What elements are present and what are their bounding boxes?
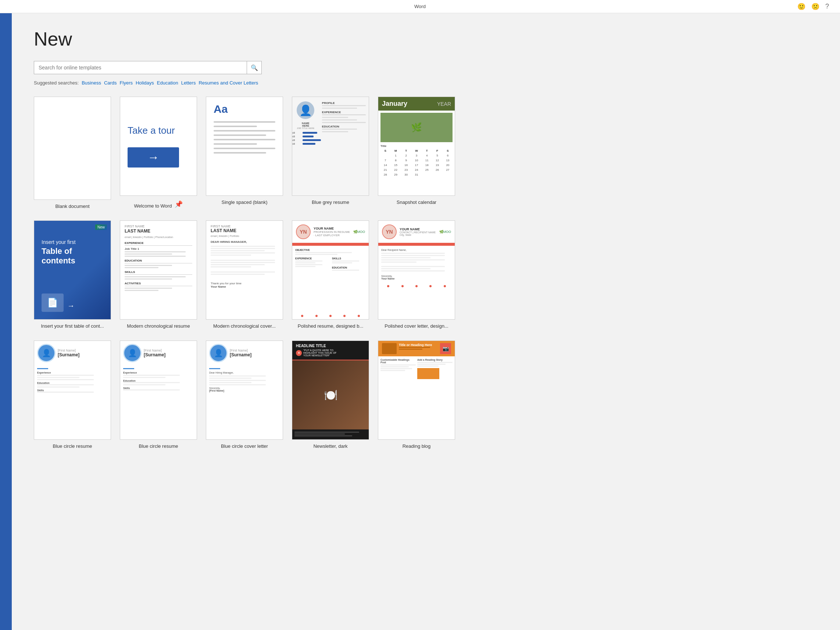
suggested-flyers[interactable]: Flyers	[120, 80, 133, 86]
sad-icon[interactable]: 🙁	[811, 3, 819, 11]
template-toc-label: Insert your first table of cont...	[41, 323, 104, 329]
template-bgr-label: Blue grey resume	[312, 200, 349, 205]
template-single-spaced[interactable]: Aa Single spaced (blank)	[206, 97, 283, 209]
template-rb-label: Reading blog	[403, 443, 431, 449]
suggested-education[interactable]: Education	[157, 80, 178, 86]
help-icon[interactable]: ?	[825, 3, 829, 10]
template-tour[interactable]: Take a tour → Welcome to Word 📌	[120, 97, 197, 209]
template-pr[interactable]: YN YOUR NAME PROFESSION IN RESUME · LAST…	[292, 220, 369, 329]
template-snapshot-calendar[interactable]: January YEAR 🌿 Title S M T W T F	[378, 97, 455, 209]
template-nl-label: Newsletter, dark	[313, 443, 347, 449]
pr-initials: YN	[296, 224, 311, 239]
title-bar: Word 🙂 🙁 ?	[0, 0, 840, 13]
template-bcr3-thumb: 👤 [First Name] [Surname] Dear Hiring Man…	[206, 340, 283, 440]
sidebar-accent	[0, 13, 12, 630]
toc-badge: New	[95, 224, 107, 230]
template-blank[interactable]: Blank document	[34, 97, 111, 209]
template-mccl-label: Modern chronological cover...	[213, 323, 276, 329]
template-pcl[interactable]: YN YOUR NAME CONTACT | RECIPIENT NAME Ci…	[378, 220, 455, 329]
template-single-spaced-label: Single spaced (blank)	[221, 200, 267, 205]
template-bcr1-thumb: 👤 [First Name] [Surname] Experience Educ…	[34, 340, 111, 440]
ss-line-3	[213, 130, 275, 132]
ss-line-6	[213, 143, 257, 145]
template-bcr3[interactable]: 👤 [First Name] [Surname] Dear Hiring Man…	[206, 340, 283, 449]
template-bcr3-label: Blue circle cover letter	[221, 443, 268, 449]
template-pcl-thumb: YN YOUR NAME CONTACT | RECIPIENT NAME Ci…	[378, 220, 455, 320]
cal-month: January	[382, 100, 407, 108]
template-blue-grey-resume[interactable]: 👤 NAMEHERE JOB TITLE HERE Skill Skill Sk…	[292, 97, 369, 209]
suggested-label: Suggested searches:	[34, 80, 79, 86]
tour-arrow-icon: →	[147, 151, 159, 164]
search-container: 🔍	[34, 61, 818, 74]
template-newsletter[interactable]: HEADLINE TITLE ✕ "PUT A QUOTE HERE TOHIG…	[292, 340, 369, 449]
template-cal-thumb: January YEAR 🌿 Title S M T W T F	[378, 97, 455, 196]
ss-line-2	[213, 126, 257, 127]
toc-arrow: →	[67, 302, 75, 310]
page-title: New	[34, 28, 818, 50]
template-mccl[interactable]: FIRST NAME LAST NAME email | linkedin | …	[206, 220, 283, 329]
template-mcr-label: Modern chronological resume	[127, 323, 190, 329]
template-cal-label: Snapshot calendar	[397, 200, 436, 205]
template-bcr2-label: Blue circle resume	[139, 443, 178, 449]
suggested-letters[interactable]: Letters	[181, 80, 196, 86]
bcr-circle: 👤	[37, 344, 55, 362]
template-bcr2-thumb: 👤 [First Name] [Surname] Experience Educ…	[120, 340, 197, 440]
template-pr-thumb: YN YOUR NAME PROFESSION IN RESUME · LAST…	[292, 220, 369, 320]
template-tour-label-row: Welcome to Word 📌	[134, 200, 183, 209]
smiley-icon[interactable]: 🙂	[797, 3, 805, 11]
toc-text2: Table ofcontents	[41, 246, 103, 266]
template-bcr2[interactable]: 👤 [First Name] [Surname] Experience Educ…	[120, 340, 197, 449]
template-rb-thumb: Title or Heading Here 📷 Customizable Hea…	[378, 340, 455, 440]
app-title: Word	[414, 4, 426, 9]
toc-icon: 📄	[41, 293, 63, 312]
template-toc-thumb: New Insert your first Table ofcontents 📄…	[34, 220, 111, 320]
template-blank-label: Blank document	[55, 203, 89, 209]
bcr3-circle: 👤	[209, 344, 227, 362]
search-input[interactable]	[34, 61, 247, 74]
pin-icon[interactable]: 📌	[175, 200, 183, 208]
template-single-spaced-thumb: Aa	[206, 97, 283, 196]
suggested-business[interactable]: Business	[82, 80, 101, 86]
pcl-initials: YN	[382, 224, 397, 239]
suggested-holidays[interactable]: Holidays	[136, 80, 154, 86]
ss-line-7	[213, 148, 275, 149]
templates-row2: New Insert your first Table ofcontents 📄…	[34, 220, 818, 329]
template-bcr1[interactable]: 👤 [First Name] [Surname] Experience Educ…	[34, 340, 111, 449]
suggested-cards[interactable]: Cards	[104, 80, 117, 86]
tour-arrow-box: →	[128, 147, 179, 167]
templates-row1: Blank document Take a tour → Welcome to …	[34, 97, 818, 209]
title-bar-controls: 🙂 🙁 ?	[797, 3, 829, 11]
tour-title: Take a tour	[128, 125, 175, 136]
template-tour-thumb: Take a tour →	[120, 97, 197, 196]
ss-line-4	[213, 134, 266, 136]
toc-text1: Insert your first	[41, 239, 103, 245]
template-mcr[interactable]: FIRST NAME LAST NAME email | linkedin | …	[120, 220, 197, 329]
main-content: New 🔍 Suggested searches: Business Cards…	[12, 13, 840, 630]
ss-line-8	[213, 152, 266, 154]
ss-aa-text: Aa	[213, 103, 275, 115]
cal-year: YEAR	[437, 101, 451, 107]
template-mccl-thumb: FIRST NAME LAST NAME email | linkedin | …	[206, 220, 283, 320]
template-tour-label: Welcome to Word	[134, 203, 172, 209]
template-bgr-thumb: 👤 NAMEHERE JOB TITLE HERE Skill Skill Sk…	[292, 97, 369, 196]
template-mcr-thumb: FIRST NAME LAST NAME email | linkedin | …	[120, 220, 197, 320]
template-pcl-label: Polished cover letter, design...	[385, 323, 448, 329]
template-bcr1-label: Blue circle resume	[53, 443, 92, 449]
bcr2-circle: 👤	[123, 344, 142, 362]
template-toc[interactable]: New Insert your first Table ofcontents 📄…	[34, 220, 111, 329]
templates-row3: 👤 [First Name] [Surname] Experience Educ…	[34, 340, 818, 449]
cal-image: 🌿	[381, 113, 453, 142]
ss-line-5	[213, 139, 275, 140]
template-blank-thumb	[34, 97, 111, 200]
template-reading-blog[interactable]: Title or Heading Here 📷 Customizable Hea…	[378, 340, 455, 449]
template-nl-thumb: HEADLINE TITLE ✕ "PUT A QUOTE HERE TOHIG…	[292, 340, 369, 440]
suggested-resumes[interactable]: Resumes and Cover Letters	[199, 80, 258, 86]
ss-line-1	[213, 121, 275, 123]
search-button[interactable]: 🔍	[247, 61, 262, 74]
suggested-searches: Suggested searches: Business Cards Flyer…	[34, 80, 818, 86]
template-pr-label: Polished resume, designed b...	[298, 323, 363, 329]
